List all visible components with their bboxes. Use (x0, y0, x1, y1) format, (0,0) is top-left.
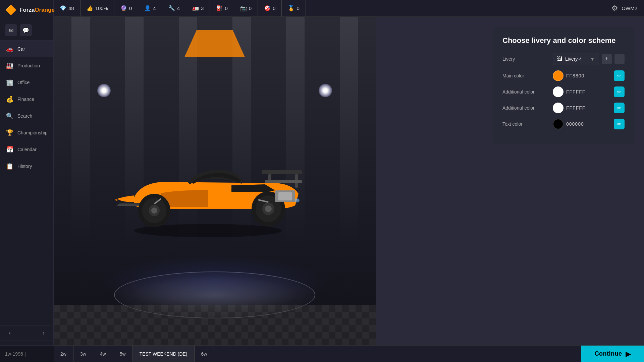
camera-icon: 📷 (240, 5, 247, 12)
pink-value: 0 (129, 5, 132, 11)
stat-trucks: 🚛 3 (186, 0, 210, 16)
rear-wing-top (262, 170, 302, 174)
history-icon: 📋 (6, 163, 13, 170)
stat-target: 🎯 0 (258, 0, 282, 16)
car-3d-view (114, 143, 315, 239)
sidebar-item-car[interactable]: 🚗 Car (0, 41, 53, 57)
livery-minus-button[interactable]: − (614, 54, 625, 64)
floor-glow (101, 255, 329, 308)
stat-camera: 📷 0 (234, 0, 258, 16)
arrow-right-button[interactable]: › (40, 328, 47, 338)
rear-wheel-center (265, 205, 272, 212)
timeline-test-label: TEST WEEKEND (DE) (140, 351, 187, 357)
additional-color-2-row: Additional color FFFFFF ✏ (502, 103, 625, 113)
timeline-3w-label: 3w (80, 351, 86, 357)
text-color-control: 000000 ✏ (553, 119, 625, 129)
sidebar-item-history[interactable]: 📋 History (0, 158, 53, 175)
rear-element-2 (278, 192, 292, 200)
username-label: OWM2 (622, 5, 637, 11)
sidebar-item-finance[interactable]: 💰 Finance (0, 91, 53, 108)
panel-title: Choose livery and color scheme (502, 36, 625, 45)
settings-icon[interactable]: ⚙ (611, 4, 618, 13)
stat-medal: 🏅 0 (282, 0, 306, 16)
livery-add-button[interactable]: + (602, 54, 612, 64)
light-sphere-left (97, 84, 111, 97)
sidebar-icons-row: ✉ 💬 (0, 20, 53, 41)
mail-button[interactable]: ✉ (5, 24, 17, 36)
medal-icon: 🏅 (288, 5, 294, 12)
timeline-2w: 2w (54, 346, 73, 362)
timeline-6w-label: 6w (201, 351, 207, 357)
stat-fuel: ⛽ 0 (210, 0, 234, 16)
text-color-label: Text color (502, 121, 549, 127)
sidebar-item-production[interactable]: 🏭 Production (0, 57, 53, 74)
target-value: 0 (273, 5, 275, 11)
production-icon: 🏭 (6, 62, 13, 69)
main-color-control: FF8800 ✏ (553, 70, 625, 81)
front-wheel-center (151, 207, 157, 214)
main-color-row: Main color FF8800 ✏ (502, 70, 625, 81)
additional-color-1-label: Additional color (502, 89, 549, 95)
additional-color-2-control: FFFFFF ✏ (553, 103, 625, 113)
chat-button[interactable]: 💬 (20, 24, 32, 36)
sidebar-item-search[interactable]: 🔍 Search (0, 108, 53, 124)
drivers-value: 4 (153, 5, 156, 11)
car-view (54, 17, 376, 345)
additional-color-1-edit-button[interactable]: ✏ (614, 86, 625, 97)
percentage-icon: 👍 (87, 5, 93, 12)
livery-selector[interactable]: 🖼 Livery-4 ▼ (553, 53, 599, 65)
office-icon: 🏢 (6, 79, 13, 86)
additional-color-1-row: Additional color FFFFFF ✏ (502, 86, 625, 97)
sidebar-item-office-label: Office (17, 80, 30, 85)
additional-color-2-hex: FFFFFF (566, 105, 611, 111)
timeline-5w: 5w (113, 346, 133, 362)
car-icon: 🚗 (6, 45, 13, 53)
finance-icon: 💰 (6, 96, 13, 103)
livery-selector-icon: 🖼 (557, 56, 562, 62)
target-icon: 🎯 (264, 5, 271, 12)
additional-color-1-swatch[interactable] (553, 86, 564, 97)
fuel-value: 0 (225, 5, 227, 11)
top-right: ⚙ OWM2 (611, 4, 644, 13)
chevron-down-icon: ▼ (590, 56, 595, 62)
sidebar-item-championship[interactable]: 🏆 Championship (0, 124, 53, 141)
sidebar-item-office[interactable]: 🏢 Office (0, 74, 53, 91)
text-color-row: Text color 000000 ✏ (502, 119, 625, 129)
timeline-test: TEST WEEKEND (DE) (133, 346, 195, 362)
additional-color-1-control: FFFFFF ✏ (553, 86, 625, 97)
drivers-icon: 👤 (144, 5, 151, 12)
logo-text: ForzaOrange (19, 7, 55, 13)
sidebar-item-calendar[interactable]: 📅 Calendar (0, 141, 53, 158)
main-color-edit-button[interactable]: ✏ (614, 70, 625, 81)
front-nose (117, 195, 134, 202)
sidebar-item-car-label: Car (17, 46, 25, 52)
calendar-icon: 📅 (6, 146, 13, 153)
trucks-value: 3 (201, 5, 204, 11)
continue-button[interactable]: Continue ▶ (581, 346, 644, 362)
stat-pink: 🔮 0 (114, 0, 138, 16)
additional-color-1-hex: FFFFFF (566, 89, 611, 95)
top-bar: 💎 48 👍 100% 🔮 0 👤 4 🔧 4 🚛 3 ⛽ 0 📷 0 🎯 0 … (54, 0, 644, 17)
additional-color-2-swatch[interactable] (553, 103, 564, 113)
timeline-5w-label: 5w (120, 351, 126, 357)
sidebar-item-championship-label: Championship (17, 130, 48, 135)
additional-color-2-edit-button[interactable]: ✏ (614, 103, 625, 113)
additional-color-2-label: Additional color (502, 105, 549, 111)
livery-name: Livery-4 (565, 56, 587, 62)
livery-control: 🖼 Livery-4 ▼ + − (553, 53, 625, 65)
stat-drivers: 👤 4 (138, 0, 162, 16)
arrow-left-button[interactable]: ‹ (6, 328, 13, 338)
text-color-swatch[interactable] (553, 119, 564, 129)
fuel-icon: ⛽ (216, 5, 223, 12)
text-color-edit-button[interactable]: ✏ (614, 119, 625, 129)
main-content: Choose livery and color scheme Livery 🖼 … (54, 17, 644, 345)
livery-label: Livery (502, 56, 549, 62)
game-time: 1w-1996 | (0, 345, 54, 362)
main-color-swatch[interactable] (553, 70, 564, 81)
livery-panel: Choose livery and color scheme Livery 🖼 … (493, 27, 634, 144)
coins-icon: 💎 (60, 5, 66, 12)
timeline-6w: 6w (195, 346, 214, 362)
timeline-3w: 3w (73, 346, 93, 362)
livery-row: Livery 🖼 Livery-4 ▼ + − (502, 53, 625, 65)
search-icon: 🔍 (6, 112, 13, 120)
